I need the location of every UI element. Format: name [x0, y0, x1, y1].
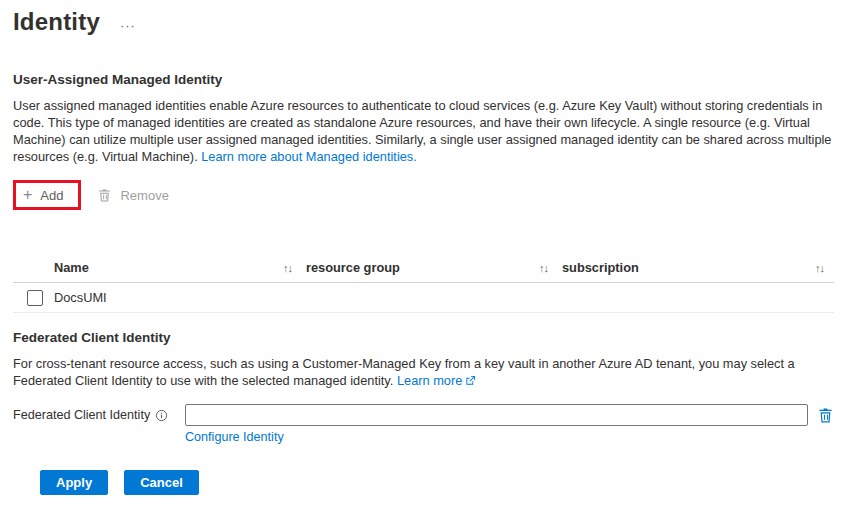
federated-client-identity-input[interactable]: [185, 404, 808, 426]
uami-toolbar: + Add Remove: [13, 178, 834, 212]
identities-table: Name ↑↓ resource group ↑↓ subscription ↑…: [13, 253, 834, 313]
delete-identity-icon[interactable]: [817, 407, 834, 424]
uami-section-heading: User-Assigned Managed Identity: [13, 72, 834, 87]
federated-field-row: Federated Client Identity: [13, 404, 834, 426]
table-row[interactable]: DocsUMI: [13, 283, 834, 313]
configure-identity-row: Configure Identity: [185, 430, 834, 444]
identity-page: Identity ··· User-Assigned Managed Ident…: [0, 0, 848, 495]
column-header-subscription-label: subscription: [562, 260, 639, 275]
add-button-label: Add: [40, 188, 63, 203]
info-icon[interactable]: [155, 409, 168, 422]
configure-identity-link[interactable]: Configure Identity: [185, 430, 284, 444]
federated-field-label-wrap: Federated Client Identity: [13, 408, 185, 422]
identity-name: DocsUMI: [54, 290, 107, 305]
uami-description: User assigned managed identities enable …: [13, 97, 834, 165]
federated-learn-more-label: Learn more: [397, 373, 462, 388]
add-button[interactable]: + Add: [13, 180, 81, 210]
sort-icon[interactable]: ↑↓: [815, 262, 824, 274]
row-name-cell: DocsUMI: [54, 290, 306, 305]
sort-icon[interactable]: ↑↓: [539, 262, 548, 274]
column-header-name[interactable]: Name ↑↓: [54, 260, 306, 275]
uami-description-text: User assigned managed identities enable …: [13, 98, 831, 164]
sort-icon[interactable]: ↑↓: [283, 262, 292, 274]
column-header-resource-group-label: resource group: [306, 260, 400, 275]
cancel-button[interactable]: Cancel: [124, 470, 199, 495]
page-title: Identity: [13, 8, 100, 36]
federated-section-heading: Federated Client Identity: [13, 330, 834, 345]
page-header: Identity ···: [13, 8, 834, 36]
external-link-icon: [465, 375, 476, 386]
remove-button-label: Remove: [120, 188, 168, 203]
column-header-resource-group[interactable]: resource group ↑↓: [306, 260, 562, 275]
column-header-name-label: Name: [54, 260, 89, 275]
trash-icon: [97, 188, 112, 203]
column-header-subscription[interactable]: subscription ↑↓: [562, 260, 834, 275]
plus-icon: +: [23, 187, 32, 203]
federated-learn-more-link[interactable]: Learn more: [397, 373, 476, 388]
remove-button[interactable]: Remove: [97, 188, 168, 203]
row-checkbox-cell: [13, 290, 54, 306]
more-actions-icon[interactable]: ···: [120, 13, 136, 32]
federated-description: For cross-tenant resource access, such a…: [13, 355, 834, 389]
managed-identities-learn-more-link[interactable]: Learn more about Managed identities.: [201, 149, 417, 164]
row-checkbox[interactable]: [27, 290, 43, 306]
apply-button[interactable]: Apply: [40, 470, 108, 495]
federated-field-label: Federated Client Identity: [13, 408, 150, 422]
footer-actions: Apply Cancel: [40, 470, 834, 495]
table-header-row: Name ↑↓ resource group ↑↓ subscription ↑…: [13, 253, 834, 283]
